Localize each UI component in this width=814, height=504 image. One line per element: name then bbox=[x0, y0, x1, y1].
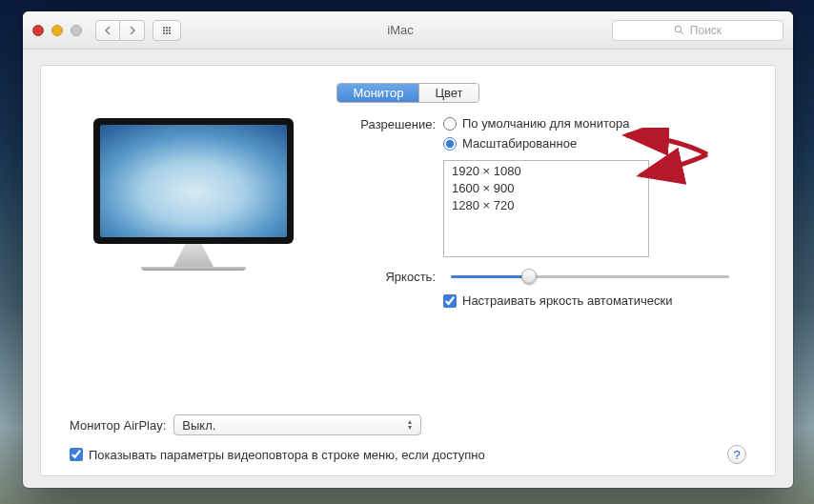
close-icon[interactable] bbox=[32, 25, 44, 36]
chevron-up-down-icon: ▲▼ bbox=[406, 419, 413, 431]
brightness-label: Яркость: bbox=[340, 269, 436, 284]
search-input[interactable]: Поиск bbox=[612, 20, 783, 41]
checkbox-input[interactable] bbox=[70, 448, 83, 461]
svg-point-0 bbox=[675, 26, 681, 31]
resolution-option[interactable]: 1280 × 720 bbox=[452, 197, 641, 214]
auto-brightness-checkbox[interactable]: Настраивать яркость автоматически bbox=[443, 293, 746, 308]
resolution-scaled-radio[interactable]: Масштабированное bbox=[443, 136, 629, 151]
resolution-list[interactable]: 1920 × 1080 1600 × 900 1280 × 720 bbox=[443, 160, 649, 257]
tab-segmented-control: Монитор Цвет bbox=[336, 83, 478, 103]
resolution-option[interactable]: 1600 × 900 bbox=[452, 180, 641, 197]
back-button[interactable] bbox=[95, 20, 120, 41]
svg-line-1 bbox=[681, 31, 683, 34]
window-title: iMac bbox=[189, 23, 612, 37]
traffic-lights bbox=[32, 25, 82, 36]
resolution-option[interactable]: 1920 × 1080 bbox=[452, 163, 641, 180]
slider-thumb[interactable] bbox=[521, 269, 537, 284]
slider-fill bbox=[451, 275, 529, 278]
airplay-select[interactable]: Выкл. ▲▼ bbox=[173, 414, 421, 435]
search-placeholder: Поиск bbox=[690, 24, 722, 37]
preferences-window: iMac Поиск Монитор Цвет bbox=[23, 11, 793, 488]
show-mirroring-checkbox[interactable]: Показывать параметры видеоповтора в стро… bbox=[70, 448, 485, 462]
monitor-image bbox=[93, 118, 294, 271]
minimize-icon[interactable] bbox=[51, 25, 63, 36]
airplay-label: Монитор AirPlay: bbox=[70, 418, 166, 433]
content-area: Монитор Цвет Разрешение: bbox=[23, 50, 793, 488]
resolution-label: Разрешение: bbox=[340, 116, 436, 131]
search-icon bbox=[674, 25, 684, 35]
forward-button[interactable] bbox=[120, 20, 145, 41]
tab-color[interactable]: Цвет bbox=[418, 84, 478, 102]
show-all-button[interactable] bbox=[153, 20, 181, 41]
tab-monitor[interactable]: Монитор bbox=[337, 84, 418, 102]
resolution-default-radio[interactable]: По умолчанию для монитора bbox=[443, 116, 629, 131]
brightness-slider[interactable] bbox=[451, 267, 729, 286]
radio-input-scaled[interactable] bbox=[443, 137, 457, 151]
settings-panel: Монитор Цвет Разрешение: bbox=[40, 65, 776, 476]
zoom-icon bbox=[71, 25, 82, 36]
grid-icon bbox=[163, 27, 171, 34]
help-button[interactable]: ? bbox=[727, 445, 746, 464]
nav-buttons bbox=[95, 20, 145, 41]
titlebar: iMac Поиск bbox=[23, 11, 793, 50]
checkbox-input[interactable] bbox=[443, 294, 457, 308]
radio-input-default[interactable] bbox=[443, 117, 457, 131]
